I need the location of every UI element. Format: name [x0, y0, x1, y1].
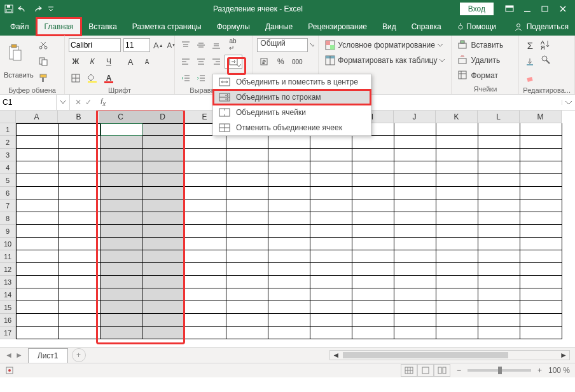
ribbon-options-icon[interactable] — [501, 3, 518, 15]
cell[interactable] — [59, 276, 100, 288]
cell[interactable] — [226, 288, 268, 301]
cell[interactable] — [142, 149, 184, 161]
cell[interactable] — [100, 187, 142, 199]
cell[interactable] — [352, 174, 394, 187]
cell[interactable] — [226, 238, 268, 250]
cell[interactable] — [436, 250, 478, 263]
italic-button[interactable]: К — [85, 55, 99, 69]
align-right-icon[interactable] — [209, 55, 223, 69]
row-header[interactable]: 17 — [0, 327, 16, 339]
borders-icon[interactable] — [69, 71, 83, 85]
cell[interactable] — [436, 123, 478, 136]
cell[interactable] — [268, 238, 310, 250]
tab-layout[interactable]: Разметка страницы — [125, 18, 209, 35]
find-select-icon[interactable] — [539, 53, 552, 66]
row-header[interactable]: 9 — [0, 225, 16, 238]
cell[interactable] — [100, 174, 142, 187]
cell[interactable] — [268, 288, 310, 301]
paste-button[interactable] — [4, 38, 27, 69]
merge-across-item[interactable]: Объединить по строкам — [213, 90, 371, 105]
row-header[interactable]: 10 — [0, 238, 16, 250]
cell[interactable] — [520, 288, 562, 301]
cell[interactable] — [394, 225, 436, 238]
clear-icon[interactable] — [523, 71, 537, 85]
cell[interactable] — [310, 238, 352, 250]
cell[interactable] — [59, 212, 100, 225]
cell[interactable] — [394, 199, 436, 212]
cancel-formula-icon[interactable]: ✕ — [75, 98, 81, 107]
page-break-view-icon[interactable] — [434, 364, 450, 377]
zoom-out-icon[interactable]: − — [457, 366, 461, 375]
cell[interactable] — [16, 238, 59, 250]
cell[interactable] — [520, 327, 562, 339]
cell[interactable] — [310, 314, 352, 327]
column-header[interactable]: J — [394, 111, 436, 123]
cell[interactable] — [142, 263, 184, 276]
cell[interactable] — [478, 187, 520, 199]
cell[interactable] — [394, 136, 436, 149]
cell[interactable] — [436, 149, 478, 161]
cell[interactable] — [310, 327, 352, 339]
cell[interactable] — [59, 149, 100, 161]
cell[interactable] — [100, 314, 142, 327]
cell[interactable] — [478, 250, 520, 263]
cell[interactable] — [59, 263, 100, 276]
cell[interactable] — [59, 187, 100, 199]
cell[interactable] — [226, 187, 268, 199]
cell[interactable] — [478, 174, 520, 187]
fill-color-icon[interactable] — [85, 71, 99, 85]
font-decrease-icon[interactable]: A — [140, 55, 154, 69]
wrap-text-icon[interactable]: ab↵ — [225, 38, 241, 51]
percent-icon[interactable]: % — [274, 55, 288, 69]
row-header[interactable]: 16 — [0, 314, 16, 327]
cell[interactable] — [352, 288, 394, 301]
cell[interactable] — [436, 238, 478, 250]
cell[interactable] — [520, 314, 562, 327]
cell[interactable] — [352, 187, 394, 199]
row-header[interactable]: 13 — [0, 276, 16, 288]
cell[interactable] — [310, 136, 352, 149]
cell[interactable] — [520, 301, 562, 314]
cell[interactable] — [100, 212, 142, 225]
cell[interactable] — [100, 225, 142, 238]
fx-label[interactable]: fx — [97, 97, 109, 107]
align-center-icon[interactable] — [194, 55, 208, 69]
cell[interactable] — [184, 250, 226, 263]
undo-icon[interactable] — [18, 4, 28, 14]
cell[interactable] — [478, 136, 520, 149]
cell[interactable] — [268, 174, 310, 187]
cell[interactable] — [394, 263, 436, 276]
cell[interactable] — [142, 225, 184, 238]
tab-home[interactable]: Главная — [37, 18, 81, 35]
column-header[interactable]: B — [58, 111, 100, 123]
cell[interactable] — [310, 263, 352, 276]
expand-formula-bar-icon[interactable] — [562, 100, 575, 105]
cell[interactable] — [478, 149, 520, 161]
sheet-nav-next-icon[interactable]: ► — [15, 351, 23, 360]
cell[interactable] — [352, 212, 394, 225]
insert-cells-button[interactable]: Вставить — [455, 38, 515, 52]
column-header[interactable]: C — [100, 111, 142, 123]
cell[interactable] — [226, 250, 268, 263]
align-top-icon[interactable] — [179, 38, 193, 52]
cell[interactable] — [100, 301, 142, 314]
cell[interactable] — [142, 327, 184, 339]
cell[interactable] — [268, 212, 310, 225]
maximize-icon[interactable] — [537, 3, 553, 15]
format-cells-button[interactable]: Формат — [455, 69, 515, 83]
cell[interactable] — [16, 225, 59, 238]
cell[interactable] — [478, 276, 520, 288]
cell[interactable] — [268, 250, 310, 263]
cell[interactable] — [16, 250, 59, 263]
cell[interactable] — [310, 161, 352, 174]
cell[interactable] — [436, 225, 478, 238]
cell[interactable] — [310, 225, 352, 238]
cell[interactable] — [478, 199, 520, 212]
cell[interactable] — [268, 327, 310, 339]
scroll-right-icon[interactable]: ► — [558, 351, 569, 360]
cell[interactable] — [268, 276, 310, 288]
column-header[interactable]: L — [478, 111, 520, 123]
tab-view[interactable]: Вид — [375, 18, 404, 35]
cell[interactable] — [226, 174, 268, 187]
cell[interactable] — [268, 225, 310, 238]
